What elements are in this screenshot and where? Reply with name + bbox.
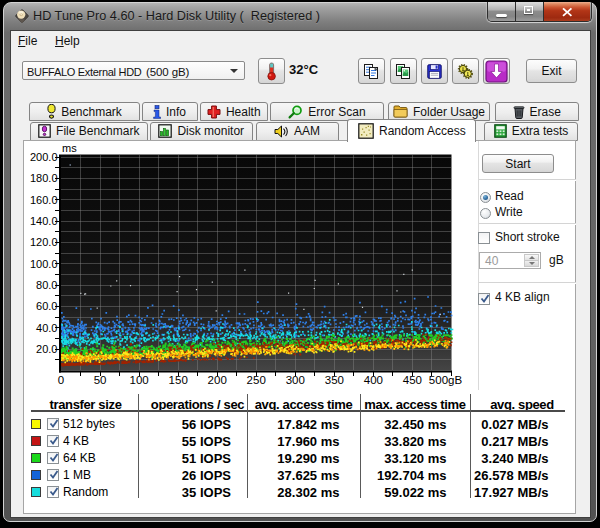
svg-text:100.0: 100.0	[30, 258, 58, 270]
svg-text:50: 50	[94, 374, 107, 386]
svg-text:140.0: 140.0	[30, 215, 58, 227]
svg-text:200: 200	[208, 374, 227, 386]
svg-text:160.0: 160.0	[30, 194, 58, 206]
svg-text:150: 150	[169, 374, 188, 386]
svg-text:180.0: 180.0	[30, 172, 58, 184]
svg-text:40.0: 40.0	[36, 322, 57, 334]
svg-text:250: 250	[247, 374, 266, 386]
svg-text:60.0: 60.0	[36, 300, 57, 312]
svg-text:350: 350	[325, 374, 344, 386]
svg-text:100: 100	[130, 374, 149, 386]
svg-text:0: 0	[58, 374, 64, 386]
svg-text:120.0: 120.0	[30, 236, 58, 248]
svg-text:450: 450	[403, 374, 422, 386]
svg-text:20.0: 20.0	[36, 343, 57, 355]
svg-text:ms: ms	[62, 142, 77, 154]
svg-text:500gB: 500gB	[429, 374, 463, 386]
svg-text:300: 300	[286, 374, 305, 386]
svg-text:200.0: 200.0	[30, 151, 58, 163]
svg-text:80.0: 80.0	[36, 279, 57, 291]
svg-text:400: 400	[364, 374, 383, 386]
